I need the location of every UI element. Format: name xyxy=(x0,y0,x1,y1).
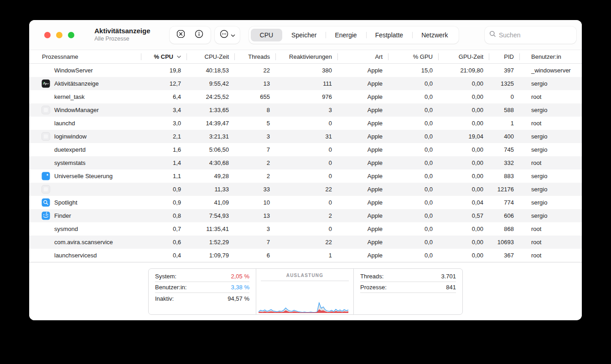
process-name: com.avira.scanservice xyxy=(54,239,113,246)
table-row[interactable]: 0,911,333322Apple0,00,0012176sergio xyxy=(29,183,582,196)
cell-pid: 367 xyxy=(489,252,519,259)
table-row[interactable]: systemstats1,44:30,6820Apple0,00,00332ro… xyxy=(29,156,582,169)
cell-kind: Apple xyxy=(337,146,388,153)
cell-kind: Apple xyxy=(337,252,388,259)
inspect-process-button[interactable] xyxy=(191,28,208,42)
process-count-stats: Threads:3.701Prozesse:841 xyxy=(354,269,462,314)
column-label: CPU-Zeit xyxy=(205,53,229,60)
column-label: Art xyxy=(375,53,383,60)
tab-energie[interactable]: Energie xyxy=(326,29,366,41)
table-row[interactable]: Spotlight0,941,09100Apple0,00,04774sergi… xyxy=(29,196,582,209)
column-header-gpu-zeit[interactable]: GPU-Zeit xyxy=(438,50,489,63)
cell-cpu: 6,4 xyxy=(141,93,186,100)
search-field[interactable] xyxy=(485,26,576,44)
cell-user: sergio xyxy=(519,107,582,113)
column-header-cpu[interactable]: % CPU xyxy=(141,50,186,63)
process-name: loginwindow xyxy=(54,133,87,140)
cell-cpu_time: 3:21,31 xyxy=(186,133,234,140)
view-segmented-control: CPU Speicher Energie Festplatte Netzwerk xyxy=(249,26,459,44)
cell-cpu: 3,4 xyxy=(141,107,186,113)
column-header-pid[interactable]: PID xyxy=(489,50,519,63)
octagon-x-icon xyxy=(176,29,186,41)
cell-cpu_time: 49,28 xyxy=(186,173,234,179)
cell-wakeups: 0 xyxy=(275,146,337,153)
stop-process-button[interactable] xyxy=(172,28,190,42)
table-row[interactable]: WindowServer19,840:18,5322380Apple15,021… xyxy=(29,64,582,77)
column-header-prozessname[interactable]: Prozessname xyxy=(29,50,141,63)
cell-cpu: 1,6 xyxy=(141,146,186,153)
column-header-gpu[interactable]: % GPU xyxy=(388,50,438,63)
cell-threads: 33 xyxy=(234,186,275,193)
cell-pid: 397 xyxy=(489,67,519,74)
cell-kind: Apple xyxy=(337,226,388,232)
more-options-button[interactable] xyxy=(215,26,240,44)
no-app-icon xyxy=(41,145,50,154)
cell-wakeups: 0 xyxy=(275,173,337,179)
column-header-art[interactable]: Art xyxy=(337,50,388,63)
table-row[interactable]: Finder0,87:54,93132Apple0,00,57606sergio xyxy=(29,209,582,222)
close-window-button[interactable] xyxy=(44,32,51,38)
stat-value: 841 xyxy=(446,284,456,291)
cell-cpu: 1,1 xyxy=(141,173,186,179)
cell-threads: 2 xyxy=(234,173,275,179)
process-name: launchd xyxy=(54,120,75,127)
search-input[interactable] xyxy=(499,31,567,39)
stat-row: Inaktiv:94,57 % xyxy=(155,293,249,304)
tab-cpu[interactable]: CPU xyxy=(251,29,283,41)
finder-icon xyxy=(41,211,50,220)
column-header-reaktivierungen[interactable]: Reaktivierungen xyxy=(275,50,337,63)
cell-gpu: 0,0 xyxy=(388,80,438,87)
tab-festplatte[interactable]: Festplatte xyxy=(366,29,412,41)
table-row[interactable]: kernel_task6,424:25,52655976Apple0,00,00… xyxy=(29,90,582,103)
table-row[interactable]: sysmond0,711:35,4130Apple0,00,00868root xyxy=(29,222,582,236)
stat-value: 2,05 % xyxy=(231,273,249,280)
cell-gpu_time: 0,00 xyxy=(438,252,489,259)
stat-row: System:2,05 % xyxy=(155,271,249,282)
cell-user: sergio xyxy=(519,173,582,179)
zoom-window-button[interactable] xyxy=(68,32,74,38)
window-subtitle: Alle Prozesse xyxy=(94,36,150,43)
footer: System:2,05 %Benutzer:in:3,38 %Inaktiv:9… xyxy=(29,262,582,320)
cell-gpu: 0,0 xyxy=(388,186,438,193)
cell-kind: Apple xyxy=(337,107,388,113)
table-row[interactable]: launchservicesd0,41:09,7961Apple0,00,003… xyxy=(29,249,582,262)
table-row[interactable]: WindowManager3,41:33,6583Apple0,00,00588… xyxy=(29,103,582,117)
stat-label: Inaktiv: xyxy=(155,295,174,302)
cell-pid: 588 xyxy=(489,107,519,113)
column-label: GPU-Zeit xyxy=(459,53,483,60)
process-name-cell: Aktivitätsanzeige xyxy=(29,79,141,88)
cell-gpu: 15,0 xyxy=(388,67,438,74)
column-header-benutzer[interactable]: Benutzer:in xyxy=(519,50,582,63)
cell-pid: 10693 xyxy=(489,239,519,246)
cell-wakeups: 0 xyxy=(275,120,337,127)
minimize-window-button[interactable] xyxy=(56,32,62,38)
column-label: Threads xyxy=(248,53,270,60)
cell-gpu_time: 0,00 xyxy=(438,93,489,100)
table-row[interactable]: duetexpertd1,65:06,5070Apple0,00,00745se… xyxy=(29,143,582,156)
cell-threads: 8 xyxy=(234,107,275,113)
stat-value: 3,38 % xyxy=(231,284,249,291)
table-row[interactable]: launchd3,014:39,4750Apple0,00,001root xyxy=(29,117,582,130)
tab-netzwerk[interactable]: Netzwerk xyxy=(412,29,457,41)
cell-pid: 332 xyxy=(489,159,519,166)
column-header-threads[interactable]: Threads xyxy=(234,50,275,63)
column-label: Reaktivierungen xyxy=(289,53,332,60)
table-row[interactable]: loginwindow2,13:21,31331Apple0,019,04400… xyxy=(29,130,582,143)
cell-wakeups: 111 xyxy=(275,80,337,87)
stat-label: Threads: xyxy=(360,273,383,280)
cell-cpu_time: 1:52,29 xyxy=(186,239,234,246)
cell-cpu_time: 4:30,68 xyxy=(186,159,234,166)
table-row[interactable]: Universelle Steuerung1,149,2820Apple0,00… xyxy=(29,169,582,183)
table-row[interactable]: com.avira.scanservice0,61:52,29722Apple0… xyxy=(29,236,582,249)
cell-cpu_time: 11:35,41 xyxy=(186,226,234,232)
generic-app-icon xyxy=(41,185,50,194)
table-row[interactable]: Aktivitätsanzeige12,79:55,4213111Apple0,… xyxy=(29,77,582,90)
tab-speicher[interactable]: Speicher xyxy=(282,29,326,41)
column-header-cpu-zeit[interactable]: CPU-Zeit xyxy=(186,50,234,63)
no-app-icon xyxy=(41,66,50,75)
process-name: WindowManager xyxy=(54,107,99,113)
process-name-cell: launchd xyxy=(29,119,141,128)
cell-kind: Apple xyxy=(337,199,388,206)
process-name-cell: launchservicesd xyxy=(29,251,141,260)
chevron-down-icon xyxy=(177,56,181,58)
